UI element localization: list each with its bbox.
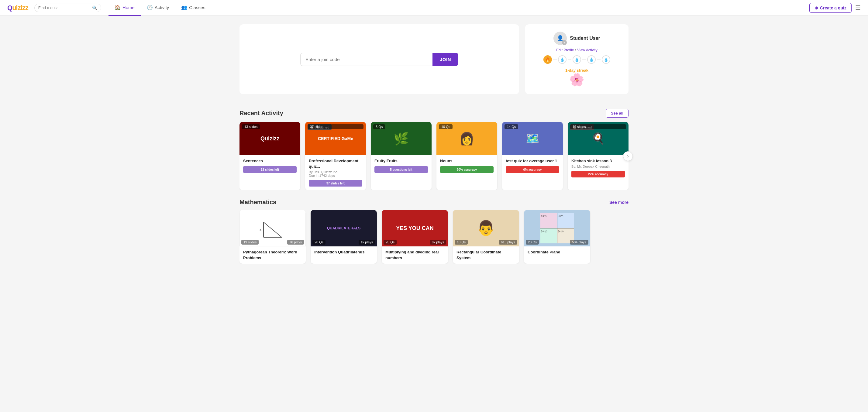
join-code-input[interactable] <box>300 53 432 66</box>
math-badges-pythagorean: 19 slides 76 plays <box>241 240 304 245</box>
card-body-fruity: Fruity Fruits 5 questions left <box>371 155 432 177</box>
card-pythagorean[interactable]: c a 19 slides 76 plays Pythagorean Theor… <box>240 210 306 263</box>
streak-label: 1-day streak <box>565 68 588 73</box>
navbar-right: ⊕ Create a quiz ☰ <box>809 3 861 13</box>
home-icon: 🏠 <box>115 5 121 10</box>
math-card-title-pythagorean: Pythagorean Theorem: Word Problems <box>243 249 302 260</box>
math-thumb-pythagorean: c a 19 slides 76 plays <box>240 210 306 246</box>
math-card-body-pythagorean: Pythagorean Theorem: Word Problems <box>240 246 306 263</box>
slides-badge-pythagorean: 19 slides <box>241 240 259 245</box>
card-body-sentences: Sentences 13 slides left <box>240 155 300 177</box>
progress-bar-fruity: 5 questions left <box>374 166 428 173</box>
slides-badge-rect-coord: 10 Qs <box>455 240 468 245</box>
progress-kitchen: 27% accuracy <box>571 171 625 178</box>
card-title-test-quiz: test quiz for overage user 1 <box>506 158 559 164</box>
svg-text:(-x,-y): (-x,-y) <box>541 230 547 232</box>
profile-illustration: 🌸 <box>569 73 584 87</box>
recent-activity-card-row: Quizizz 13 slides Sentences 13 slides le… <box>240 122 628 190</box>
card-by-pro-dev: By: Ms. Quizizz Inc. <box>309 170 362 174</box>
streak-day-4: 💧 <box>587 55 596 64</box>
math-thumb-quad: QUADRILATERALS 20 Qs 1k plays <box>311 210 377 246</box>
card-body-kitchen: Kitchen sink lesson 3 By: Mr. Deepak Che… <box>568 155 628 181</box>
plays-badge-multiplying: 8k plays <box>430 240 446 245</box>
progress-fruity: 5 questions left <box>374 166 428 173</box>
math-badges-quad: 20 Qs 1k plays <box>312 240 375 245</box>
create-icon: ⊕ <box>814 5 818 10</box>
view-activity-link[interactable]: View Activity <box>577 48 597 52</box>
slides-badge-quad: 20 Qs <box>312 240 326 245</box>
classes-icon: 👥 <box>181 5 187 10</box>
svg-line-2 <box>264 222 282 237</box>
card-body-test-quiz: test quiz for overage user 1 0% accuracy <box>502 155 563 177</box>
card-title-nouns: Nouns <box>440 158 494 164</box>
nav-home[interactable]: 🏠 Home <box>108 0 141 16</box>
svg-text:(x,y): (x,y) <box>559 215 563 217</box>
join-button[interactable]: JOIN <box>432 53 458 66</box>
progress-nouns: 90% accuracy <box>440 166 494 173</box>
streak-day-1: 🔥 <box>544 55 552 64</box>
progress-bar-kitchen: 27% accuracy <box>571 171 625 178</box>
recent-activity-section: Recent Activity See all Quizizz 13 slide… <box>240 109 628 190</box>
plays-badge-rect-coord: 613 plays <box>499 240 517 245</box>
math-card-title-quad: Intervention Quadrilaterals <box>314 249 373 255</box>
search-input[interactable] <box>38 5 92 10</box>
math-card-body-multiplying: Multiplying and dividing real numbers <box>382 246 448 263</box>
navbar: Quizizz 🔍 🏠 Home 🕐 Activity 👥 Classes ⊕ … <box>0 0 868 16</box>
math-badges-multiplying: 20 Qs 8k plays <box>383 240 446 245</box>
card-fruity-fruits[interactable]: 🌿 5 Qs Fruity Fruits 5 questions left <box>371 122 432 190</box>
card-kitchen-sink[interactable]: 🍳 📋 Assigned 19 slides Kitchen sink less… <box>568 122 628 190</box>
card-by-kitchen: By: Mr. Deepak Cheenath <box>571 165 625 168</box>
mathematics-section: Mathematics See more c a <box>240 199 628 263</box>
edit-profile-link[interactable]: Edit Profile <box>556 48 574 52</box>
coord-plane-svg: (-x,y) (x,y) (-x,-y) (x,-y) <box>540 213 574 243</box>
plays-badge-quad: 1k plays <box>359 240 375 245</box>
create-quiz-button[interactable]: ⊕ Create a quiz <box>809 3 851 13</box>
card-rectangular-coord[interactable]: 👨 10 Qs 613 plays Rectangular Coordinate… <box>453 210 519 263</box>
hamburger-menu[interactable]: ☰ <box>855 4 861 11</box>
nav-classes[interactable]: 👥 Classes <box>175 0 211 16</box>
math-thumb-rect-coord: 👨 10 Qs 613 plays <box>453 210 519 246</box>
math-card-body-rect-coord: Rectangular Coordinate System <box>453 246 519 263</box>
math-card-row-wrap: c a 19 slides 76 plays Pythagorean Theor… <box>240 210 628 263</box>
math-card-title-coord-plane: Coordinate Plane <box>528 249 587 255</box>
see-all-button[interactable]: See all <box>606 109 628 118</box>
avatar-plus-icon: + <box>562 40 567 45</box>
see-more-link[interactable]: See more <box>609 200 628 205</box>
streak-row: 🔥 — 💧 — 💧 — 💧 — 💧 <box>544 55 610 64</box>
math-thumb-coord-plane: (-x,y) (x,y) (-x,-y) (x,-y) 20 Qs 504 pl… <box>524 210 590 246</box>
slides-badge-coord-plane: 20 Qs <box>526 240 539 245</box>
card-sentences[interactable]: Quizizz 13 slides Sentences 13 slides le… <box>240 122 300 190</box>
card-coordinate-plane[interactable]: (-x,y) (x,y) (-x,-y) (x,-y) 20 Qs 504 pl… <box>524 210 590 263</box>
math-badges-coord-plane: 20 Qs 504 plays <box>526 240 588 245</box>
card-body-pro-dev: Professional Development quiz... By: Ms.… <box>305 155 366 190</box>
progress-sentences: 13 slides left <box>243 166 297 173</box>
card-quadrilaterals[interactable]: QUADRILATERALS 20 Qs 1k plays Interventi… <box>311 210 377 263</box>
scroll-right-button[interactable]: › <box>623 151 633 161</box>
card-multiplying[interactable]: YES YOU CAN 20 Qs 8k plays Multiplying a… <box>382 210 448 263</box>
progress-bar-pro-dev: 37 slides left <box>309 180 362 187</box>
plays-badge-coord-plane: 504 plays <box>570 240 588 245</box>
math-card-title-multiplying: Multiplying and dividing real numbers <box>385 249 444 260</box>
card-pro-dev[interactable]: CERTIFIED GaMe 📋 Assigned 37 slides Prof… <box>305 122 366 190</box>
profile-name: Student User <box>570 36 600 41</box>
nav-activity[interactable]: 🕐 Activity <box>141 0 175 16</box>
nav-links: 🏠 Home 🕐 Activity 👥 Classes <box>108 0 212 16</box>
math-thumb-multiplying: YES YOU CAN 20 Qs 8k plays <box>382 210 448 246</box>
card-title-sentences: Sentences <box>243 158 297 164</box>
progress-bar-nouns: 90% accuracy <box>440 166 494 173</box>
card-badge-fruity: 5 Qs <box>373 124 385 129</box>
math-card-title-rect-coord: Rectangular Coordinate System <box>457 249 516 260</box>
progress-test-quiz: 0% accuracy <box>506 166 559 173</box>
svg-text:(-x,y): (-x,y) <box>541 215 547 217</box>
card-title-kitchen: Kitchen sink lesson 3 <box>571 158 625 164</box>
card-test-quiz[interactable]: 🗺️ 14 Qs test quiz for overage user 1 0%… <box>502 122 563 190</box>
card-badge-test-quiz: 14 Qs <box>504 124 518 129</box>
math-card-body-quad: Intervention Quadrilaterals <box>311 246 377 258</box>
logo[interactable]: Quizizz <box>7 4 28 12</box>
card-title-pro-dev: Professional Development quiz... <box>309 158 362 169</box>
activity-icon: 🕐 <box>147 5 153 10</box>
card-nouns[interactable]: 👩 10 Qs Nouns 90% accuracy <box>436 122 497 190</box>
avatar: 👤 + <box>553 32 567 45</box>
profile-links: Edit Profile • View Activity <box>556 48 597 52</box>
search-bar[interactable]: 🔍 <box>34 4 101 12</box>
